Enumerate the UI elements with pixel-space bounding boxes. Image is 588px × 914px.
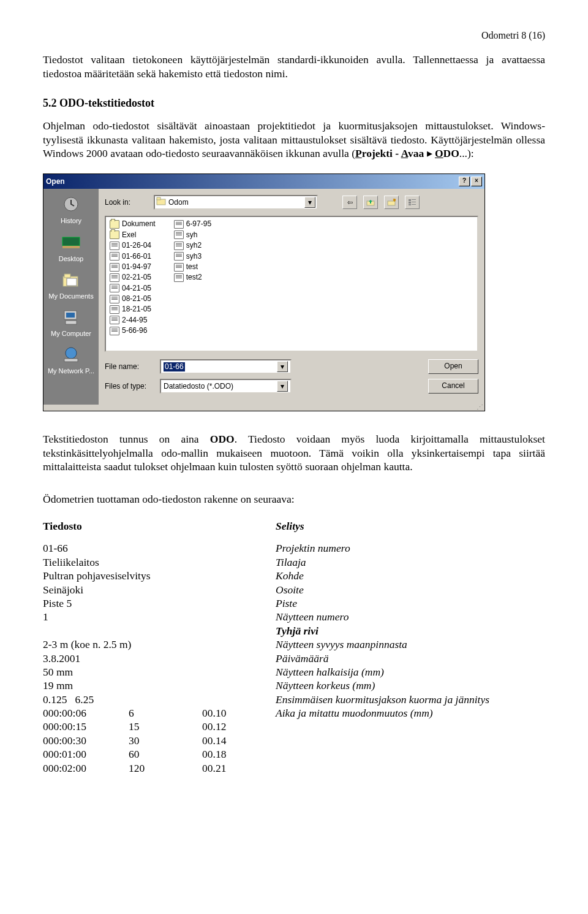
filename-label: File name: — [105, 362, 154, 371]
up-one-level-button[interactable] — [363, 196, 378, 209]
file-icon — [110, 242, 119, 250]
structure-cell-file: 000:00:06600.10 — [43, 706, 276, 720]
section-heading: 5.2 ODO-tekstitiedostot — [43, 96, 545, 110]
file-list-item[interactable]: 18-21-05 — [110, 305, 156, 314]
file-item-label: 04-21-05 — [122, 284, 151, 293]
file-icon — [174, 263, 184, 272]
structure-cell-desc: Tyhjä rivi — [276, 624, 318, 638]
file-list-item[interactable]: 01-94-97 — [110, 262, 156, 272]
file-list-item[interactable]: 01-26-04 — [110, 241, 156, 250]
paragraph-after-dialog: Tekstitiedoston tunnus on aina ODO. Tied… — [43, 432, 545, 473]
paragraph-section-body: Ohjelman odo-tiedostot sisältävät ainoas… — [43, 119, 545, 160]
resize-grip-icon[interactable]: ⋰ — [43, 405, 484, 411]
col-header-tiedosto: Tiedosto — [43, 519, 276, 533]
places-mycomputer[interactable]: My Computer — [45, 307, 97, 338]
structure-cell-file: 1 — [43, 610, 276, 623]
structure-cell-desc: Kohde — [276, 569, 304, 582]
file-item-label: 02-21-05 — [122, 273, 151, 282]
lookin-combobox[interactable]: Odom ▾ — [154, 195, 318, 210]
file-item-label: 01-94-97 — [122, 262, 151, 272]
file-item-label: Exel — [122, 230, 136, 240]
svg-rect-4 — [64, 274, 70, 278]
places-mydocuments[interactable]: My Documents — [45, 269, 97, 300]
places-desktop[interactable]: Desktop — [45, 232, 97, 263]
file-item-label: 2-44-95 — [122, 316, 147, 325]
structure-cell-desc: Tilaaja — [276, 555, 306, 569]
cancel-button[interactable]: Cancel — [428, 379, 478, 394]
col-header-selitys: Selitys — [276, 519, 304, 533]
file-list-item[interactable]: syh — [174, 230, 211, 240]
file-list-item[interactable]: Dokument — [110, 219, 156, 229]
structure-table-body: 01-66Projektin numeroTieliikelaitosTilaa… — [43, 541, 545, 706]
new-folder-button[interactable]: ✱ — [384, 196, 399, 209]
filetype-combobox[interactable]: Datatiedosto (*.ODO) ▾ — [160, 379, 292, 394]
structure-row: Piste 5Piste — [43, 596, 545, 610]
file-icon — [110, 273, 119, 282]
file-list-item[interactable]: syh3 — [174, 252, 211, 261]
chevron-down-icon[interactable]: ▾ — [277, 361, 288, 372]
file-list-item[interactable]: 6-97-95 — [174, 219, 211, 229]
svg-rect-21 — [412, 204, 416, 205]
structure-cell-desc: Näytteen numero — [276, 610, 349, 623]
file-item-label: 01-66-01 — [122, 252, 151, 261]
file-list-item[interactable]: test2 — [174, 273, 211, 282]
folder-icon — [110, 220, 119, 229]
paragraph-structure-intro: Ödometrien tuottaman odo-tiedoston raken… — [43, 492, 545, 506]
open-button[interactable]: Open — [428, 359, 478, 374]
views-button[interactable] — [405, 196, 420, 209]
file-icon — [110, 327, 119, 335]
structure-row: 50 mmNäytteen halkaisija (mm) — [43, 665, 545, 679]
svg-rect-12 — [157, 197, 160, 200]
svg-rect-10 — [64, 359, 78, 362]
structure-cell-file: 19 mm — [43, 679, 276, 692]
structure-cell-file: Pultran pohjavesiselvitys — [43, 569, 276, 582]
file-list-item[interactable]: Exel — [110, 230, 156, 240]
file-list-item[interactable]: 5-66-96 — [110, 326, 156, 335]
chevron-down-icon[interactable]: ▾ — [277, 381, 288, 392]
structure-cell-file: 2-3 m (koe n. 2.5 m) — [43, 638, 276, 651]
file-list-item[interactable]: 04-21-05 — [110, 284, 156, 293]
file-list-item[interactable]: syh2 — [174, 241, 211, 250]
structure-row: 000:00:303000.14 — [43, 734, 545, 747]
file-list[interactable]: DokumentExel01-26-0401-66-0101-94-9702-2… — [105, 216, 478, 352]
svg-rect-18 — [409, 204, 411, 205]
structure-cell-file: 000:02:0012000.21 — [43, 761, 276, 775]
titlebar-close-button[interactable]: × — [471, 177, 482, 186]
structure-row: 000:01:006000.18 — [43, 747, 545, 761]
places-mynetwork[interactable]: My Network P... — [45, 344, 97, 375]
file-item-label: syh — [186, 230, 198, 240]
svg-point-9 — [66, 348, 77, 359]
structure-table-header: Tiedosto Selitys — [43, 519, 545, 533]
structure-row: Tyhjä rivi — [43, 624, 545, 638]
chevron-down-icon[interactable]: ▾ — [304, 197, 315, 208]
structure-row: 3.8.2001Päivämäärä — [43, 652, 545, 665]
structure-row: 000:00:06600.10Aika ja mitattu muodonmuu… — [43, 706, 545, 720]
structure-row: 000:02:0012000.21 — [43, 761, 545, 775]
structure-cell-file: Seinäjoki — [43, 583, 276, 596]
file-list-item[interactable]: 08-21-05 — [110, 294, 156, 303]
file-list-item[interactable]: 2-44-95 — [110, 316, 156, 325]
titlebar-help-button[interactable]: ? — [459, 177, 470, 186]
file-list-item[interactable]: 02-21-05 — [110, 273, 156, 282]
structure-row: 01-66Projektin numero — [43, 541, 545, 555]
back-button[interactable]: ⇦ — [342, 196, 357, 209]
structure-cell-desc: Osoite — [276, 583, 304, 596]
file-icon — [110, 316, 119, 324]
svg-rect-17 — [409, 202, 411, 204]
folder-icon — [156, 197, 166, 208]
dialog-titlebar[interactable]: Open ? × — [43, 174, 484, 189]
structure-cell-file: 000:00:303000.14 — [43, 734, 276, 747]
odo-bold: ODO — [210, 433, 235, 445]
structure-row: 2-3 m (koe n. 2.5 m)Näytteen syvyys maan… — [43, 638, 545, 651]
structure-row: 000:00:151500.12 — [43, 720, 545, 733]
structure-cell-desc: Näytteen halkaisija (mm) — [276, 665, 384, 679]
folder-icon — [110, 230, 119, 239]
places-history[interactable]: History — [45, 194, 97, 225]
structure-cell-desc: Piste — [276, 596, 297, 610]
file-item-label: 18-21-05 — [122, 305, 151, 314]
filename-input[interactable]: 01-66 ▾ — [160, 359, 292, 374]
file-list-item[interactable]: 01-66-01 — [110, 252, 156, 261]
file-list-item[interactable]: test — [174, 262, 211, 272]
structure-row: 1Näytteen numero — [43, 610, 545, 623]
structure-cell-file: 0.125 6.25 — [43, 693, 276, 706]
